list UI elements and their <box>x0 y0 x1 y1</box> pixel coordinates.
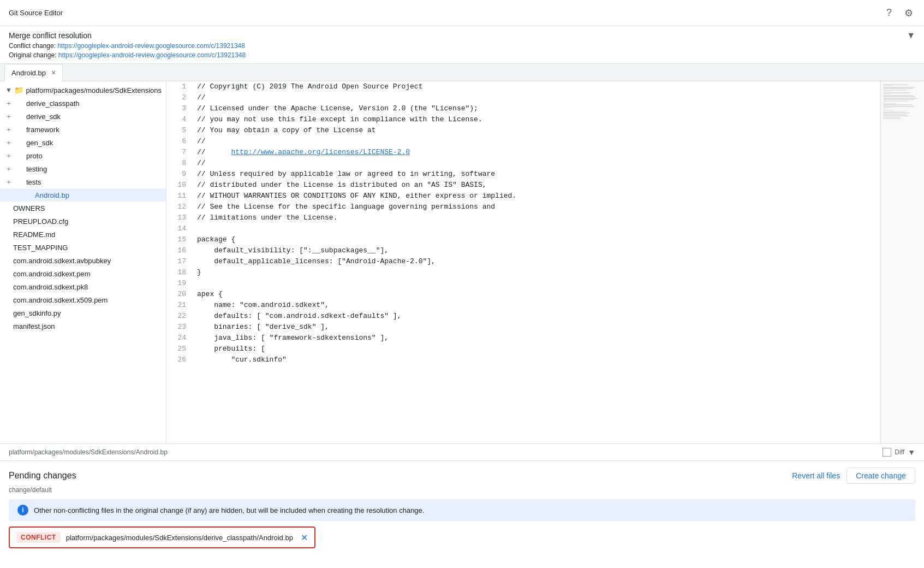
line-number: 5 <box>166 125 193 136</box>
conflict-change-row: Conflict change: https://googleplex-andr… <box>9 42 915 50</box>
code-line: 11// WITHOUT WARRANTIES OR CONDITIONS OF… <box>166 191 880 202</box>
merge-conflict-section: Merge conflict resolution ▼ Conflict cha… <box>0 26 924 64</box>
tree-item-avbpubkey[interactable]: com.android.sdkext.avbpubkey <box>0 254 166 267</box>
folder-icon <box>14 98 24 108</box>
line-code: // See the License for the specific lang… <box>193 202 880 212</box>
tab-bar: Android.bp × <box>0 64 924 81</box>
expand-icon <box>13 191 22 199</box>
pending-header: Pending changes Revert all files Create … <box>9 468 915 484</box>
line-code: // <box>193 92 880 103</box>
top-bar: Git Source Editor ? ⚙ <box>0 0 924 26</box>
expand-icon: ＋ <box>4 177 13 186</box>
line-number: 11 <box>166 191 193 202</box>
folder-icon <box>14 177 24 187</box>
line-code: // you may not use this file except in c… <box>193 114 880 125</box>
tree-item-tests[interactable]: ＋ tests <box>0 175 166 188</box>
line-number: 8 <box>166 158 193 169</box>
tree-item-label: gen_sdk <box>26 139 53 147</box>
tree-item-pem[interactable]: com.android.sdkext.pem <box>0 267 166 280</box>
tree-item-testing[interactable]: ＋ testing <box>0 162 166 175</box>
line-code: apex { <box>193 289 880 300</box>
tree-item-preupload[interactable]: PREUPLOAD.cfg <box>0 215 166 228</box>
tree-item-label: com.android.sdkext.pk8 <box>13 283 88 291</box>
tree-item-pk8[interactable]: com.android.sdkext.pk8 <box>0 280 166 293</box>
code-link[interactable]: http://www.apache.org/licenses/LICENSE-2… <box>231 148 410 156</box>
tree-item-label: tests <box>26 178 41 186</box>
merge-expand-icon[interactable]: ▼ <box>907 31 915 40</box>
top-bar-icons: ? ⚙ <box>883 7 915 20</box>
tree-root[interactable]: ▼ 📁 platform/packages/modules/SdkExtensi… <box>0 84 166 97</box>
conflict-change-label: Conflict change: <box>9 42 56 50</box>
revert-all-button[interactable]: Revert all files <box>792 471 840 480</box>
line-code: java_libs: [ "framework-sdkextensions" ]… <box>193 333 880 344</box>
expand-icon: ＋ <box>4 138 13 147</box>
tab-label: Android.bp <box>11 69 46 77</box>
tree-item-derive-sdk[interactable]: ＋ derive_sdk <box>0 110 166 123</box>
tree-item-gen-sdkinfo[interactable]: gen_sdkinfo.py <box>0 306 166 319</box>
tree-item-android-bp[interactable]: Android.bp <box>0 188 166 202</box>
help-icon[interactable]: ? <box>883 7 896 20</box>
folder-icon <box>14 125 24 134</box>
tree-item-owners[interactable]: OWNERS <box>0 202 166 215</box>
line-number: 16 <box>166 245 193 256</box>
conflict-close-icon[interactable]: ✕ <box>301 532 308 543</box>
line-code: // limitations under the License. <box>193 212 880 223</box>
code-line: 3// Licensed under the Apache License, V… <box>166 103 880 114</box>
tree-item-readme[interactable]: README.md <box>0 228 166 241</box>
conflict-change-link[interactable]: https://googleplex-android-review.google… <box>57 42 245 50</box>
folder-icon <box>14 138 24 147</box>
diff-checkbox[interactable] <box>883 448 891 457</box>
tree-item-derive-classpath[interactable]: ＋ derive_classpath <box>0 97 166 110</box>
original-change-link[interactable]: https://googleplex-android-review.google… <box>58 51 246 59</box>
minimap <box>880 81 924 443</box>
tree-item-label: proto <box>26 152 43 160</box>
code-line: 21 name: "com.android.sdkext", <box>166 300 880 311</box>
file-tree: ▼ 📁 platform/packages/modules/SdkExtensi… <box>0 81 166 443</box>
tree-item-framework[interactable]: ＋ framework <box>0 123 166 136</box>
code-line: 16 default_visibility: [":__subpackages_… <box>166 245 880 256</box>
info-icon: i <box>17 505 28 516</box>
line-number: 1 <box>166 81 193 92</box>
diff-toggle: Diff ▼ <box>883 448 915 457</box>
settings-icon[interactable]: ⚙ <box>902 7 915 20</box>
code-line: 2// <box>166 92 880 103</box>
code-line: 6// <box>166 136 880 147</box>
line-number: 22 <box>166 311 193 322</box>
code-line: 15package { <box>166 234 880 245</box>
line-number: 26 <box>166 354 193 365</box>
code-line: 14 <box>166 223 880 234</box>
line-code: // Copyright (C) 2019 The Android Open S… <box>193 81 880 92</box>
tab-close-icon[interactable]: × <box>51 68 56 77</box>
create-change-button[interactable]: Create change <box>846 468 915 484</box>
line-code: // <box>193 136 880 147</box>
original-change-row: Original change: https://googleplex-andr… <box>9 51 915 59</box>
line-number: 24 <box>166 333 193 344</box>
tree-folder-icon: 📁 <box>14 85 24 95</box>
line-number: 21 <box>166 300 193 311</box>
code-line: 17 default_applicable_licenses: ["Androi… <box>166 256 880 267</box>
tree-item-test-mapping[interactable]: TEST_MAPPING <box>0 241 166 254</box>
line-code <box>193 278 880 289</box>
tree-item-x509pem[interactable]: com.android.sdkext.x509.pem <box>0 293 166 306</box>
tree-item-manifest[interactable]: manifest.json <box>0 319 166 333</box>
tree-root-label: platform/packages/modules/SdkExtensions <box>26 86 162 94</box>
code-line: 10// distributed under the License is di… <box>166 180 880 191</box>
tree-item-label: com.android.sdkext.x509.pem <box>13 296 108 304</box>
code-line: 25 prebuilts: [ <box>166 344 880 354</box>
expand-icon: ＋ <box>4 125 13 134</box>
conflict-badge: CONFLICT <box>16 532 61 543</box>
code-editor: 1// Copyright (C) 2019 The Android Open … <box>166 81 924 443</box>
tree-item-proto[interactable]: ＋ proto <box>0 149 166 162</box>
tree-item-label: manifest.json <box>13 322 55 330</box>
expand-icon: ＋ <box>4 99 13 108</box>
code-line: 13// limitations under the License. <box>166 212 880 223</box>
tree-item-gen-sdk[interactable]: ＋ gen_sdk <box>0 136 166 149</box>
tree-item-label: framework <box>26 126 59 134</box>
code-content[interactable]: 1// Copyright (C) 2019 The Android Open … <box>166 81 880 443</box>
diff-dropdown-icon[interactable]: ▼ <box>908 448 915 457</box>
code-line: 22 defaults: [ "com.android.sdkext-defau… <box>166 311 880 322</box>
line-number: 18 <box>166 267 193 278</box>
tree-item-label: Android.bp <box>35 191 69 199</box>
tab-android-bp[interactable]: Android.bp × <box>4 64 63 81</box>
pending-section: Pending changes Revert all files Create … <box>0 461 924 553</box>
